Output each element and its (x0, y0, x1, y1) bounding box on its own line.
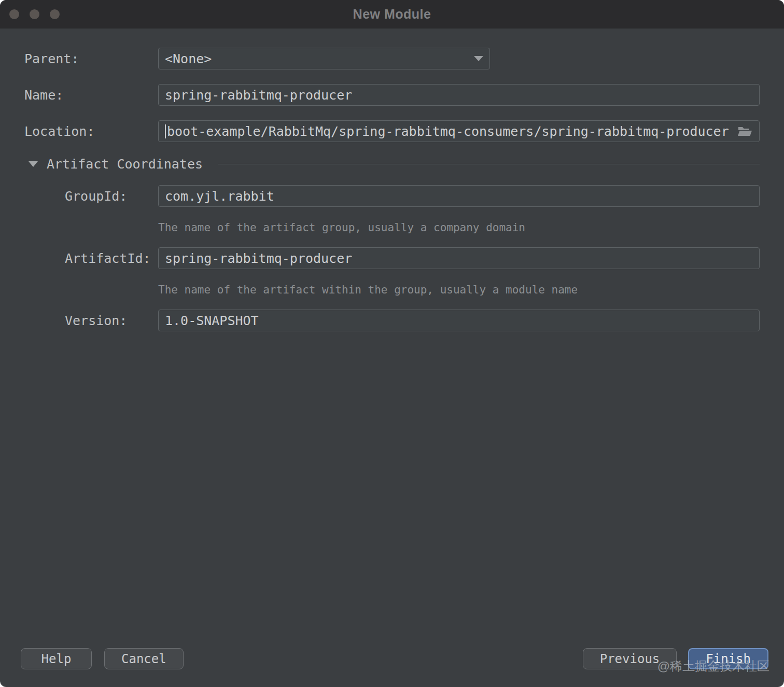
artifact-coordinates-section[interactable]: Artifact Coordinates (24, 157, 760, 172)
parent-select[interactable]: <None> (158, 48, 490, 69)
dialog-content: Parent: <None> Name: Location: boot-exam… (0, 29, 784, 687)
parent-label: Parent: (24, 51, 158, 66)
parent-selected-value: <None> (165, 51, 469, 66)
open-folder-icon (738, 125, 752, 137)
location-path: boot-example/RabbitMq/spring-rabbitmq-co… (167, 124, 733, 139)
footer-right-buttons: Previous Finish (583, 648, 768, 669)
location-row: Location: boot-example/RabbitMq/spring-r… (24, 120, 760, 142)
window-title: New Module (0, 7, 784, 22)
section-divider (218, 164, 760, 164)
text-caret (165, 124, 166, 138)
parent-row: Parent: <None> (24, 48, 760, 69)
titlebar: New Module (0, 0, 784, 29)
version-label: Version: (24, 313, 158, 328)
name-label: Name: (24, 88, 158, 103)
section-title: Artifact Coordinates (47, 157, 203, 172)
chevron-expanded-icon (29, 161, 38, 167)
artifactid-row: ArtifactId: (24, 247, 760, 269)
help-button[interactable]: Help (21, 648, 92, 669)
version-row: Version: (24, 310, 760, 331)
location-label: Location: (24, 124, 158, 139)
previous-button[interactable]: Previous (583, 648, 677, 669)
footer-left-buttons: Help Cancel (21, 648, 184, 669)
dialog-footer: Help Cancel Previous Finish (21, 648, 768, 669)
groupid-hint: The name of the artifact group, usually … (158, 221, 760, 234)
name-input[interactable] (158, 84, 760, 106)
artifactid-input[interactable] (158, 247, 760, 269)
groupid-input[interactable] (158, 185, 760, 207)
version-input[interactable] (158, 310, 760, 331)
new-module-dialog: New Module Parent: <None> Name: Location… (0, 0, 784, 687)
cancel-button[interactable]: Cancel (104, 648, 184, 669)
artifactid-hint: The name of the artifact within the grou… (158, 284, 760, 296)
groupid-row: GroupId: (24, 185, 760, 207)
name-row: Name: (24, 84, 760, 106)
chevron-down-icon (474, 56, 483, 61)
artifactid-label: ArtifactId: (24, 251, 158, 266)
browse-folder-button[interactable] (737, 124, 753, 138)
location-input[interactable]: boot-example/RabbitMq/spring-rabbitmq-co… (158, 120, 760, 142)
groupid-label: GroupId: (24, 189, 158, 204)
finish-button[interactable]: Finish (688, 648, 768, 669)
